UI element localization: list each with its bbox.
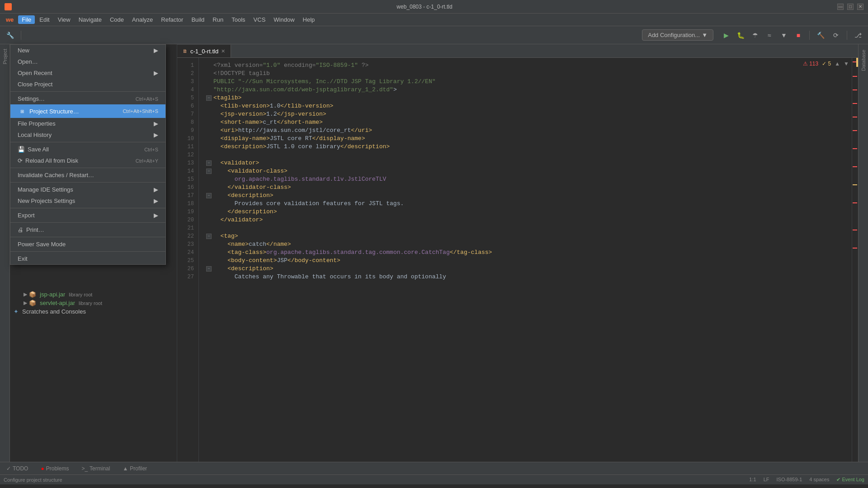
code-line-23: <name>catch</name>	[206, 240, 852, 249]
encoding[interactable]: ISO-8859-1	[776, 477, 802, 483]
menu-bar: we File Edit View Navigate Code Analyze …	[0, 14, 868, 26]
code-line-4: "http://java.sun.com/dtd/web-jsptaglibra…	[206, 86, 852, 94]
menu-reload[interactable]: ⟳ Reload All from Disk Ctrl+Alt+Y	[10, 155, 165, 166]
tree-label-servlet-api: servlet-api.jar	[40, 300, 75, 306]
add-config-dropdown-icon: ▼	[702, 32, 708, 38]
fold-validator[interactable]: −	[206, 160, 212, 166]
tab-profiler[interactable]: ▲ Profiler	[120, 465, 150, 473]
sync-icon[interactable]: ⟳	[830, 29, 842, 42]
build-icon[interactable]: 🔨	[814, 29, 827, 42]
fold-validator-class[interactable]: −	[206, 169, 212, 174]
indentation[interactable]: 4 spaces	[809, 477, 829, 483]
code-line-18: Provides core validation features for JS…	[206, 200, 852, 208]
menu-exit[interactable]: Exit	[10, 253, 165, 264]
close-tab-button[interactable]: ✕	[221, 48, 225, 54]
close-button[interactable]: ✕	[857, 4, 863, 10]
menu-item-file[interactable]: File	[18, 15, 35, 24]
menu-item-code[interactable]: Code	[106, 15, 127, 24]
tab-bar: 🗎 c-1_0-rt.tld ✕	[177, 44, 858, 58]
menu-item-analyze[interactable]: Analyze	[128, 15, 156, 24]
menu-item-navigate[interactable]: Navigate	[75, 15, 105, 24]
cursor-position[interactable]: 1:1	[749, 477, 756, 483]
menu-manage-ide[interactable]: Manage IDE Settings ▶	[10, 184, 165, 195]
print-icon: 🖨	[18, 226, 24, 233]
code-line-12	[206, 151, 852, 159]
dropdown-button[interactable]: ▼	[778, 29, 790, 42]
menu-close-project[interactable]: Close Project	[10, 79, 165, 90]
menu-separator-3	[10, 168, 165, 168]
run-button[interactable]: ▶	[720, 29, 732, 42]
add-config-label: Add Configuration...	[648, 32, 700, 38]
menu-item-we[interactable]: we	[2, 15, 17, 24]
file-dropdown-menu: New ▶ Open… Open Recent ▶ Close Project …	[10, 44, 166, 265]
code-content[interactable]: <?xml version="1.0" encoding="ISO-8859-1…	[199, 58, 852, 462]
maximize-button[interactable]: □	[847, 4, 854, 10]
project-label[interactable]: Project	[1, 44, 9, 69]
save-all-icon: 💾	[18, 146, 25, 153]
error-warning-indicator: ⚠ 113 ✓ 5 ▲ ▼	[803, 61, 849, 67]
tree-label-jsp-api: jsp-api.jar	[40, 291, 65, 298]
menu-item-vcs[interactable]: VCS	[250, 15, 269, 24]
code-line-8: <short-name>c_rt</short-name>	[206, 118, 852, 127]
menu-local-history[interactable]: Local History ▶	[10, 129, 165, 141]
debug-button[interactable]: 🐛	[734, 29, 747, 42]
line-ending[interactable]: LF	[764, 477, 769, 483]
profiler-label: Profiler	[130, 465, 147, 472]
menu-save-all[interactable]: 💾 Save All Ctrl+S	[10, 144, 165, 155]
tab-problems[interactable]: ● Problems	[38, 465, 71, 473]
menu-project-structure[interactable]: ⊞ Project Structure… Ctrl+Alt+Shift+S	[10, 104, 165, 118]
tab-terminal[interactable]: >_ Terminal	[79, 465, 113, 473]
right-gutter[interactable]	[852, 58, 858, 462]
code-line-11: <description>JSTL 1.0 core library</desc…	[206, 143, 852, 151]
menu-open[interactable]: Open…	[10, 56, 165, 67]
tab-todo[interactable]: ✓ TODO	[4, 465, 31, 473]
error-count: ⚠ 113	[803, 61, 818, 67]
wrench-icon[interactable]: 🔧	[4, 29, 16, 42]
fold-taglib[interactable]: −	[206, 95, 212, 101]
tree-item-servlet-api[interactable]: ▶ 📦 servlet-api.jar library root	[10, 299, 177, 307]
scroll-down-btn[interactable]: ▼	[844, 61, 849, 67]
problems-icon: ●	[41, 465, 44, 472]
menu-item-help[interactable]: Help	[299, 15, 319, 24]
code-line-15: org.apache.taglibs.standard.tlv.JstlCore…	[206, 175, 852, 183]
tree-label-jsp-api-type: library root	[69, 292, 92, 297]
editor-content[interactable]: ⚠ 113 ✓ 5 ▲ ▼ 1234 5678 9101112 13141516…	[177, 58, 858, 462]
tree-item-jsp-api[interactable]: ▶ 📦 jsp-api.jar library root	[10, 290, 177, 299]
menu-item-edit[interactable]: Edit	[36, 15, 53, 24]
scroll-up-btn[interactable]: ▲	[835, 61, 840, 67]
menu-new[interactable]: New ▶	[10, 45, 165, 56]
menu-open-recent[interactable]: Open Recent ▶	[10, 67, 165, 79]
fold-description[interactable]: −	[206, 193, 212, 198]
menu-invalidate[interactable]: Invalidate Caches / Restart…	[10, 169, 165, 181]
event-log-icon: ✔	[836, 477, 840, 482]
editor-tab[interactable]: 🗎 c-1_0-rt.tld ✕	[177, 45, 231, 57]
menu-settings[interactable]: Settings… Ctrl+Alt+S	[10, 93, 165, 104]
database-label[interactable]: Database	[860, 46, 867, 75]
menu-file-properties[interactable]: File Properties ▶	[10, 118, 165, 129]
git-icon[interactable]: ⎇	[852, 29, 864, 42]
code-line-26: − <description>	[206, 265, 852, 273]
code-line-20: </validator>	[206, 216, 852, 224]
expand-icon-2: ▶	[24, 300, 27, 306]
minimize-button[interactable]: —	[837, 4, 844, 10]
stop-button[interactable]: ■	[792, 29, 805, 42]
menu-item-refactor[interactable]: Refactor	[157, 15, 187, 24]
menu-export[interactable]: Export ▶	[10, 210, 165, 221]
menu-item-run[interactable]: Run	[209, 15, 227, 24]
menu-item-tools[interactable]: Tools	[228, 15, 249, 24]
menu-item-window[interactable]: Window	[270, 15, 298, 24]
profile-button[interactable]: ≈	[763, 29, 776, 42]
menu-new-projects[interactable]: New Projects Settings ▶	[10, 195, 165, 206]
add-config-button[interactable]: Add Configuration... ▼	[642, 29, 713, 41]
tree-item-scratches[interactable]: ✦ Scratches and Consoles	[10, 307, 177, 316]
menu-item-view[interactable]: View	[54, 15, 74, 24]
gutter-mark-warning	[853, 184, 857, 185]
configure-project-status[interactable]: Configure project structure	[4, 477, 62, 483]
menu-item-build[interactable]: Build	[188, 15, 208, 24]
fold-desc-2[interactable]: −	[206, 266, 212, 272]
event-log[interactable]: ✔ Event Log	[836, 477, 864, 483]
menu-print[interactable]: 🖨 Print…	[10, 224, 165, 235]
fold-tag[interactable]: −	[206, 234, 212, 239]
coverage-button[interactable]: ☂	[749, 29, 761, 42]
menu-power-save[interactable]: Power Save Mode	[10, 239, 165, 250]
